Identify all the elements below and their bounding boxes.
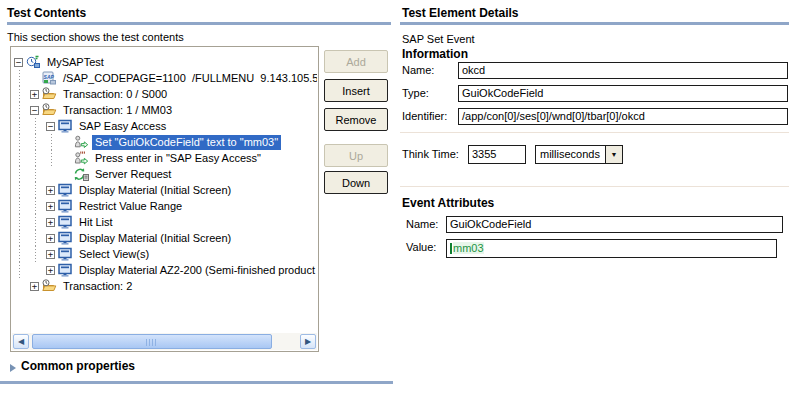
test-contents-tree: −MySAPTestSAP/SAP_CODEPAGE=1100 /FULLMEN… bbox=[12, 54, 317, 332]
tree-expander[interactable]: + bbox=[44, 246, 57, 262]
sap-connection-icon: SAP bbox=[41, 70, 57, 86]
think-time-label: Think Time: bbox=[402, 145, 468, 160]
tree-indent bbox=[12, 70, 28, 86]
collapse-icon[interactable]: − bbox=[30, 106, 39, 115]
information-fields: Name:okcdType:GuiOkCodeFieldIdentifier:/… bbox=[402, 62, 788, 131]
event-value-input[interactable]: mm03 bbox=[446, 239, 777, 258]
tree-item-label[interactable]: Set "GuiOkCodeField" text to "mm03" bbox=[92, 135, 281, 150]
tree-row[interactable]: Set "GuiOkCodeField" text to "mm03" bbox=[12, 134, 317, 150]
tree-row[interactable]: +Display Material (Initial Screen) bbox=[12, 230, 317, 246]
down-button[interactable]: Down bbox=[324, 171, 388, 194]
expand-icon[interactable]: + bbox=[46, 266, 55, 275]
test-contents-tree-panel: −MySAPTestSAP/SAP_CODEPAGE=1100 /FULLMEN… bbox=[10, 46, 319, 352]
add-button: Add bbox=[324, 50, 388, 73]
tree-row[interactable]: −SAP Easy Access bbox=[12, 118, 317, 134]
sap-screen-icon bbox=[57, 182, 73, 198]
tree-expander[interactable]: − bbox=[44, 118, 57, 134]
chevron-down-icon[interactable]: ▼ bbox=[605, 146, 622, 163]
svg-text:SAP: SAP bbox=[44, 74, 55, 80]
scroll-left-icon[interactable]: ◀ bbox=[13, 334, 29, 349]
test-element-details-title: Test Element Details bbox=[402, 6, 518, 20]
tree-row[interactable]: +Restrict Value Range bbox=[12, 198, 317, 214]
tree-row[interactable]: +Transaction: 2 bbox=[12, 278, 317, 294]
tree-item-label[interactable]: Transaction: 1 / MM03 bbox=[60, 103, 175, 118]
info-name-input[interactable]: okcd bbox=[458, 62, 788, 79]
tree-indent bbox=[28, 230, 44, 246]
tree-indent bbox=[12, 262, 28, 278]
tree-item-label[interactable]: Display Material AZ2-200 (Semi-finished … bbox=[76, 263, 317, 278]
tree-row[interactable]: −MySAPTest bbox=[12, 54, 317, 70]
expand-icon[interactable]: + bbox=[46, 234, 55, 243]
tree-horizontal-scrollbar[interactable]: ◀ ▶ bbox=[12, 333, 317, 350]
tree-row[interactable]: +Select View(s) bbox=[12, 246, 317, 262]
tree-row[interactable]: +Hit List bbox=[12, 214, 317, 230]
tree-indent bbox=[12, 214, 28, 230]
tree-row[interactable]: −Transaction: 1 / MM03 bbox=[12, 102, 317, 118]
sap-test-icon bbox=[25, 54, 41, 70]
tree-item-label[interactable]: Server Request bbox=[92, 167, 174, 182]
expand-icon[interactable]: + bbox=[46, 186, 55, 195]
tree-indent bbox=[12, 150, 28, 166]
scroll-right-icon[interactable]: ▶ bbox=[300, 334, 316, 349]
tree-item-label[interactable]: MySAPTest bbox=[44, 55, 107, 70]
tree-expander[interactable]: + bbox=[44, 230, 57, 246]
tree-indent bbox=[12, 86, 28, 102]
tree-expander-blank bbox=[60, 134, 73, 150]
tree-item-label[interactable]: Restrict Value Range bbox=[76, 199, 185, 214]
expand-icon[interactable]: + bbox=[46, 218, 55, 227]
tree-item-label[interactable]: Press enter in "SAP Easy Access" bbox=[92, 151, 264, 166]
tree-row[interactable]: +Display Material (Initial Screen) bbox=[12, 182, 317, 198]
insert-button[interactable]: Insert bbox=[324, 79, 388, 102]
expand-icon[interactable]: + bbox=[30, 90, 39, 99]
tree-row[interactable]: Server Request bbox=[12, 166, 317, 182]
tree-expander[interactable]: + bbox=[44, 214, 57, 230]
common-properties-section[interactable]: Common properties bbox=[21, 359, 135, 373]
test-contents-description: This section shows the test contents bbox=[7, 31, 184, 43]
element-type-label: SAP Set Event bbox=[402, 33, 475, 45]
tree-expander[interactable]: + bbox=[28, 86, 41, 102]
info-identifier-input[interactable]: /app/con[0]/ses[0]/wnd[0]/tbar[0]/okcd bbox=[458, 108, 788, 125]
event-name-input[interactable]: GuiOkCodeField bbox=[446, 216, 783, 233]
chevron-right-icon[interactable] bbox=[10, 364, 16, 372]
remove-button[interactable]: Remove bbox=[324, 108, 388, 131]
collapse-icon[interactable]: − bbox=[46, 122, 55, 131]
tree-row[interactable]: +Display Material AZ2-200 (Semi-finished… bbox=[12, 262, 317, 278]
up-button: Up bbox=[324, 144, 388, 167]
tree-expander[interactable]: + bbox=[44, 182, 57, 198]
tree-indent bbox=[28, 134, 44, 150]
expand-icon[interactable]: + bbox=[46, 202, 55, 211]
event-attributes-fields: Name: GuiOkCodeField Value: mm03 bbox=[406, 216, 783, 264]
test-contents-title-rule bbox=[7, 22, 391, 25]
tree-expander[interactable]: + bbox=[44, 198, 57, 214]
tree-indent bbox=[12, 278, 28, 294]
think-time-input[interactable]: 3355 bbox=[468, 145, 526, 164]
event-value-row: Value: mm03 bbox=[406, 239, 783, 258]
tree-row[interactable]: SAP/SAP_CODEPAGE=1100 /FULLMENU 9.143.10… bbox=[12, 70, 317, 86]
tree-item-label[interactable]: Display Material (Initial Screen) bbox=[76, 231, 234, 246]
tree-item-label[interactable]: Select View(s) bbox=[76, 247, 152, 262]
collapse-icon[interactable]: − bbox=[14, 58, 23, 67]
tree-item-label[interactable]: Transaction: 2 bbox=[60, 279, 135, 294]
scrollbar-thumb[interactable] bbox=[32, 334, 272, 349]
tree-row[interactable]: +Transaction: 0 / S000 bbox=[12, 86, 317, 102]
info-type-input[interactable]: GuiOkCodeField bbox=[458, 85, 788, 102]
expand-icon[interactable]: + bbox=[46, 250, 55, 259]
sap-screen-icon bbox=[57, 214, 73, 230]
common-properties-rule bbox=[0, 381, 393, 384]
tree-indent bbox=[12, 198, 28, 214]
tree-indent bbox=[44, 166, 60, 182]
tree-item-label[interactable]: SAP Easy Access bbox=[76, 119, 169, 134]
tree-expander[interactable]: − bbox=[12, 54, 25, 70]
tree-item-label[interactable]: Transaction: 0 / S000 bbox=[60, 87, 170, 102]
think-time-unit-select[interactable]: milliseconds ▼ bbox=[535, 145, 623, 164]
tree-item-label[interactable]: /SAP_CODEPAGE=1100 /FULLMENU 9.143.105.5 bbox=[60, 71, 317, 86]
tree-item-label[interactable]: Display Material (Initial Screen) bbox=[76, 183, 234, 198]
expand-icon[interactable]: + bbox=[30, 282, 39, 291]
tree-row[interactable]: Press enter in "SAP Easy Access" bbox=[12, 150, 317, 166]
tree-item-label[interactable]: Hit List bbox=[76, 215, 116, 230]
info-label: Identifier: bbox=[402, 108, 458, 122]
tree-expander[interactable]: + bbox=[28, 278, 41, 294]
tree-expander[interactable]: − bbox=[28, 102, 41, 118]
tree-expander[interactable]: + bbox=[44, 262, 57, 278]
tree-indent bbox=[12, 230, 28, 246]
